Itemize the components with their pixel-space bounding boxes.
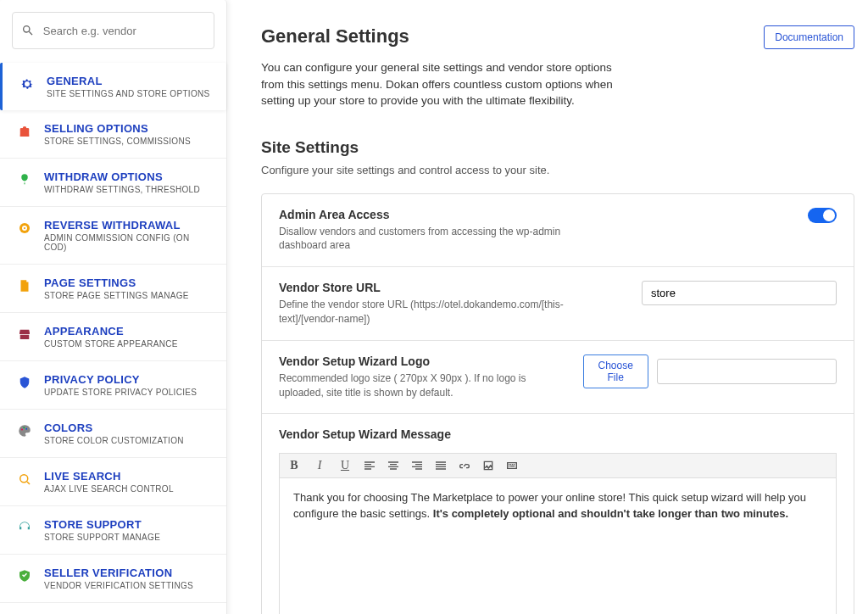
sidebar-item-general[interactable]: GENERALSITE SETTINGS AND STORE OPTIONS (0, 63, 226, 110)
page-description: You can configure your general site sett… (261, 59, 626, 109)
sidebar-item-privacy-policy[interactable]: PRIVACY POLICYUPDATE STORE PRIVACY POLIC… (0, 361, 226, 410)
sidebar-item-sublabel: VENDOR VERIFICATION SETTINGS (44, 581, 193, 590)
setting-desc: Disallow vendors and customers from acce… (279, 225, 567, 254)
palette-icon (15, 421, 34, 440)
sidebar-item-label: LIVE SEARCH (44, 470, 174, 483)
setting-title: Vendor Store URL (279, 281, 567, 294)
vendor-store-url-input[interactable] (642, 281, 837, 305)
balloon-icon (15, 170, 34, 189)
sidebar-item-store-support[interactable]: STORE SUPPORTSTORE SUPPORT MANAGE (0, 506, 226, 555)
svg-point-6 (25, 428, 27, 430)
sidebar-item-sublabel: CUSTOM STORE APPEARANCE (44, 339, 178, 349)
sidebar-item-sublabel: AJAX LIVE SEARCH CONTROL (44, 484, 174, 494)
setting-wizard-logo: Vendor Setup Wizard Logo Recommended log… (262, 341, 854, 415)
bold-icon[interactable]: B (287, 459, 302, 472)
sidebar-item-label: GENERAL (47, 75, 209, 87)
align-right-icon[interactable] (410, 459, 424, 472)
sidebar-item-sublabel: ADMIN COMMISSION CONFIG (ON COD) (44, 233, 214, 252)
headset-icon (15, 518, 34, 537)
sidebar-item-selling-options[interactable]: SELLING OPTIONSSTORE SETTINGS, COMMISSIO… (0, 110, 226, 159)
sidebar-item-seller-verification[interactable]: SELLER VERIFICATIONVENDOR VERIFICATION S… (0, 555, 226, 603)
storefront-icon (15, 325, 34, 343)
sidebar-item-withdraw-options[interactable]: WITHDRAW OPTIONSWITHDRAW SETTINGS, THRES… (0, 159, 226, 207)
shield-icon (15, 373, 34, 392)
sidebar-item-label: COLORS (44, 421, 184, 434)
setting-title: Vendor Setup Wizard Logo (279, 354, 566, 368)
target-icon (15, 219, 34, 237)
setting-desc: Define the vendor store URL (https://ote… (279, 298, 567, 327)
sidebar-item-label: SELLING OPTIONS (44, 122, 191, 135)
section-description: Configure your site settings and control… (261, 164, 854, 176)
align-center-icon[interactable] (387, 459, 400, 472)
search-circle-icon (15, 470, 34, 488)
admin-area-toggle[interactable] (808, 208, 837, 223)
italic-icon[interactable]: I (312, 459, 327, 472)
setting-admin-area-access: Admin Area Access Disallow vendors and c… (262, 194, 854, 268)
search-box[interactable] (12, 12, 214, 49)
setting-wizard-message: Vendor Setup Wizard Message B I U (262, 414, 854, 614)
sidebar-item-colors[interactable]: COLORSSTORE COLOR CUSTOMIZATION (0, 410, 226, 458)
sidebar-item-label: PRIVACY POLICY (44, 373, 197, 386)
sidebar-item-sublabel: WITHDRAW SETTINGS, THRESHOLD (44, 185, 200, 194)
svg-point-3 (24, 227, 25, 229)
sidebar-item-page-settings[interactable]: PAGE SETTINGSSTORE PAGE SETTINGS MANAGE (0, 265, 226, 313)
sidebar-item-sublabel: STORE PAGE SETTINGS MANAGE (44, 291, 189, 300)
sidebar-item-label: STORE SUPPORT (44, 518, 160, 531)
gear-icon (18, 75, 36, 93)
sidebar-item-verification-sms-gateways[interactable]: VERIFICATION SMS GATEWAYSSMS GATEWAY VER… (0, 603, 226, 614)
main-content: General Settings Documentation You can c… (227, 0, 868, 614)
setting-title: Vendor Setup Wizard Message (279, 427, 837, 441)
svg-rect-0 (20, 128, 30, 137)
sidebar-item-sublabel: SITE SETTINGS AND STORE OPTIONS (47, 89, 209, 98)
sidebar-item-label: SELLER VERIFICATION (44, 567, 193, 579)
verify-icon (15, 567, 34, 585)
editor-body[interactable]: Thank you for choosing The Marketplace t… (280, 478, 836, 614)
align-left-icon[interactable] (363, 459, 376, 472)
nav-list: GENERALSITE SETTINGS AND STORE OPTIONSSE… (0, 63, 226, 614)
underline-icon[interactable]: U (337, 459, 353, 472)
sidebar-item-label: REVERSE WITHDRAWAL (44, 219, 214, 232)
choose-file-button[interactable]: Choose File (583, 354, 648, 388)
align-justify-icon[interactable] (434, 459, 448, 472)
setting-desc: Recommended logo size ( 270px X 90px ). … (279, 371, 566, 400)
sidebar-item-label: APPEARANCE (44, 325, 178, 338)
setting-vendor-store-url: Vendor Store URL Define the vendor store… (262, 267, 854, 341)
svg-point-7 (20, 475, 28, 483)
svg-point-5 (23, 427, 25, 428)
sidebar-item-appearance[interactable]: APPEARANCECUSTOM STORE APPEARANCE (0, 313, 226, 361)
svg-point-4 (21, 429, 23, 431)
documentation-button[interactable]: Documentation (764, 25, 854, 49)
keyboard-icon[interactable] (505, 459, 519, 472)
sidebar-item-sublabel: STORE SETTINGS, COMMISSIONS (44, 137, 191, 146)
sidebar-item-live-search[interactable]: LIVE SEARCHAJAX LIVE SEARCH CONTROL (0, 458, 226, 506)
bag-icon (15, 122, 34, 141)
sidebar-item-label: WITHDRAW OPTIONS (44, 170, 200, 183)
search-input[interactable] (43, 25, 205, 37)
section-title: Site Settings (261, 138, 854, 157)
page-title: General Settings (261, 25, 409, 47)
settings-sidebar: GENERALSITE SETTINGS AND STORE OPTIONSSE… (0, 0, 227, 614)
wizard-logo-path-input[interactable] (657, 359, 837, 384)
rich-text-editor: B I U Thank you for choosing The Marketp… (279, 453, 837, 614)
wizard-msg-bold: It's completely optional and shouldn't t… (433, 507, 788, 520)
search-icon (21, 23, 35, 38)
sidebar-item-sublabel: STORE COLOR CUSTOMIZATION (44, 436, 184, 445)
sidebar-item-sublabel: STORE SUPPORT MANAGE (44, 533, 160, 542)
sidebar-item-sublabel: UPDATE STORE PRIVACY POLICIES (44, 388, 197, 397)
link-icon[interactable] (458, 459, 471, 472)
sidebar-item-label: PAGE SETTINGS (44, 276, 189, 289)
image-icon[interactable] (481, 459, 495, 472)
page-icon (15, 276, 34, 295)
setting-title: Admin Area Access (279, 208, 567, 221)
sidebar-item-reverse-withdrawal[interactable]: REVERSE WITHDRAWALADMIN COMMISSION CONFI… (0, 207, 226, 265)
settings-panel: Admin Area Access Disallow vendors and c… (261, 193, 854, 614)
editor-toolbar: B I U (280, 454, 836, 478)
